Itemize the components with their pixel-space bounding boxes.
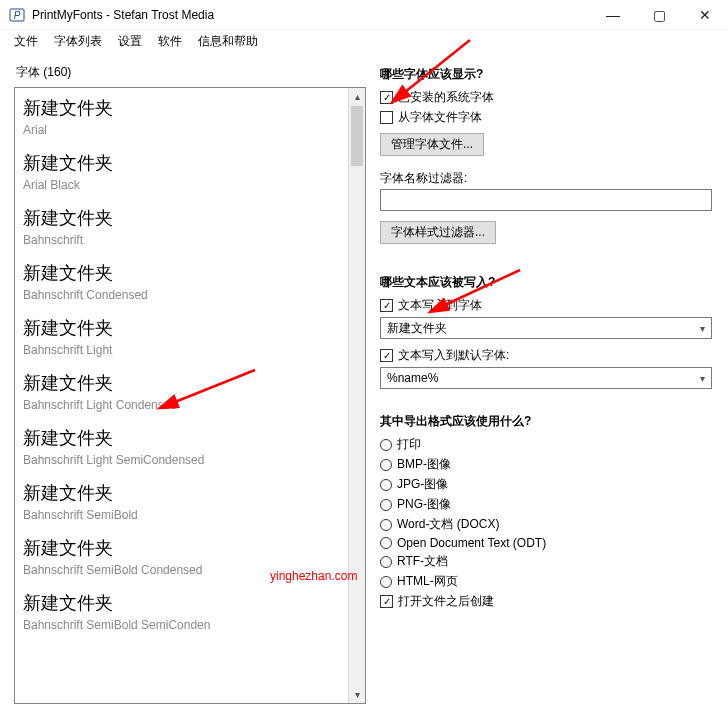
font-name-label: Bahnschrift SemiBold SemiConden: [23, 618, 348, 632]
label-name-filter: 字体名称过滤器:: [380, 170, 712, 187]
name-filter-input[interactable]: [380, 189, 712, 211]
checkbox-file-fonts[interactable]: [380, 111, 393, 124]
label-write-to-default: 文本写入到默认字体:: [398, 347, 509, 364]
chevron-down-icon: ▾: [700, 323, 705, 334]
font-sample-text: 新建文件夹: [23, 426, 348, 450]
menu-fontlist[interactable]: 字体列表: [48, 31, 108, 52]
scroll-up-icon[interactable]: ▴: [349, 88, 365, 105]
label-file-fonts: 从字体文件字体: [398, 109, 482, 126]
label-export-format: 打印: [397, 436, 421, 453]
chevron-down-icon: ▾: [700, 373, 705, 384]
radio-export-format[interactable]: [380, 439, 392, 451]
menu-settings[interactable]: 设置: [112, 31, 148, 52]
font-list-item[interactable]: 新建文件夹Arial: [15, 88, 348, 143]
default-text-combo[interactable]: %name%▾: [380, 367, 712, 389]
close-button[interactable]: ✕: [682, 0, 728, 30]
font-name-label: Bahnschrift Light: [23, 343, 348, 357]
label-open-after-create: 打开文件之后创建: [398, 593, 494, 610]
label-write-to-font: 文本写入到字体: [398, 297, 482, 314]
maximize-button[interactable]: ▢: [636, 0, 682, 30]
label-export-format: HTML-网页: [397, 573, 458, 590]
font-sample-text: 新建文件夹: [23, 151, 348, 175]
radio-export-format[interactable]: [380, 519, 392, 531]
checkbox-write-to-default[interactable]: [380, 349, 393, 362]
font-list-item[interactable]: 新建文件夹Bahnschrift SemiBold Condensed: [15, 528, 348, 583]
checkbox-installed-fonts[interactable]: [380, 91, 393, 104]
style-filter-button[interactable]: 字体样式过滤器...: [380, 221, 496, 244]
label-export-format: BMP-图像: [397, 456, 451, 473]
radio-export-format[interactable]: [380, 459, 392, 471]
font-name-label: Bahnschrift Light Condensed: [23, 398, 348, 412]
checkbox-write-to-font[interactable]: [380, 299, 393, 312]
font-name-label: Arial Black: [23, 178, 348, 192]
font-name-label: Bahnschrift Light SemiCondensed: [23, 453, 348, 467]
font-list-item[interactable]: 新建文件夹Arial Black: [15, 143, 348, 198]
manage-font-files-button[interactable]: 管理字体文件...: [380, 133, 484, 156]
window-title: PrintMyFonts - Stefan Trost Media: [32, 8, 590, 22]
font-list-box: 新建文件夹Arial新建文件夹Arial Black新建文件夹Bahnschri…: [14, 87, 366, 704]
font-name-label: Bahnschrift: [23, 233, 348, 247]
label-export-format: RTF-文档: [397, 553, 448, 570]
section-display-title: 哪些字体应该显示?: [380, 66, 712, 83]
section-export-title: 其中导出格式应该使用什么?: [380, 413, 712, 430]
font-name-label: Bahnschrift SemiBold: [23, 508, 348, 522]
radio-export-format[interactable]: [380, 499, 392, 511]
font-sample-text: 新建文件夹: [23, 591, 348, 615]
font-sample-text: 新建文件夹: [23, 96, 348, 120]
font-list-item[interactable]: 新建文件夹Bahnschrift Condensed: [15, 253, 348, 308]
font-list[interactable]: 新建文件夹Arial新建文件夹Arial Black新建文件夹Bahnschri…: [15, 88, 348, 703]
font-sample-text: 新建文件夹: [23, 206, 348, 230]
scrollbar[interactable]: ▴ ▾: [348, 88, 365, 703]
menu-software[interactable]: 软件: [152, 31, 188, 52]
font-list-item[interactable]: 新建文件夹Bahnschrift SemiBold: [15, 473, 348, 528]
font-sample-text: 新建文件夹: [23, 261, 348, 285]
minimize-button[interactable]: —: [590, 0, 636, 30]
section-write-title: 哪些文本应该被写入?: [380, 274, 712, 291]
write-text-combo[interactable]: 新建文件夹▾: [380, 317, 712, 339]
label-export-format: PNG-图像: [397, 496, 451, 513]
radio-export-format[interactable]: [380, 556, 392, 568]
font-sample-text: 新建文件夹: [23, 536, 348, 560]
menu-bar: 文件 字体列表 设置 软件 信息和帮助: [0, 30, 728, 52]
radio-export-format[interactable]: [380, 479, 392, 491]
app-icon: P: [8, 6, 26, 24]
scroll-down-icon[interactable]: ▾: [349, 686, 365, 703]
scroll-thumb[interactable]: [351, 106, 363, 166]
radio-export-format[interactable]: [380, 537, 392, 549]
font-list-item[interactable]: 新建文件夹Bahnschrift Light: [15, 308, 348, 363]
menu-help[interactable]: 信息和帮助: [192, 31, 264, 52]
label-export-format: Open Document Text (ODT): [397, 536, 546, 550]
checkbox-open-after-create[interactable]: [380, 595, 393, 608]
font-sample-text: 新建文件夹: [23, 316, 348, 340]
font-panel-title: 字体 (160): [16, 64, 366, 81]
font-sample-text: 新建文件夹: [23, 481, 348, 505]
label-installed-fonts: 已安装的系统字体: [398, 89, 494, 106]
font-sample-text: 新建文件夹: [23, 371, 348, 395]
font-name-label: Bahnschrift Condensed: [23, 288, 348, 302]
font-list-item[interactable]: 新建文件夹Bahnschrift SemiBold SemiConden: [15, 583, 348, 638]
svg-text:P: P: [14, 10, 21, 21]
radio-export-format[interactable]: [380, 576, 392, 588]
font-list-item[interactable]: 新建文件夹Bahnschrift: [15, 198, 348, 253]
label-export-format: JPG-图像: [397, 476, 448, 493]
menu-file[interactable]: 文件: [8, 31, 44, 52]
font-name-label: Bahnschrift SemiBold Condensed: [23, 563, 348, 577]
font-name-label: Arial: [23, 123, 348, 137]
title-bar: P PrintMyFonts - Stefan Trost Media — ▢ …: [0, 0, 728, 30]
font-list-item[interactable]: 新建文件夹Bahnschrift Light Condensed: [15, 363, 348, 418]
label-export-format: Word-文档 (DOCX): [397, 516, 499, 533]
font-list-item[interactable]: 新建文件夹Bahnschrift Light SemiCondensed: [15, 418, 348, 473]
